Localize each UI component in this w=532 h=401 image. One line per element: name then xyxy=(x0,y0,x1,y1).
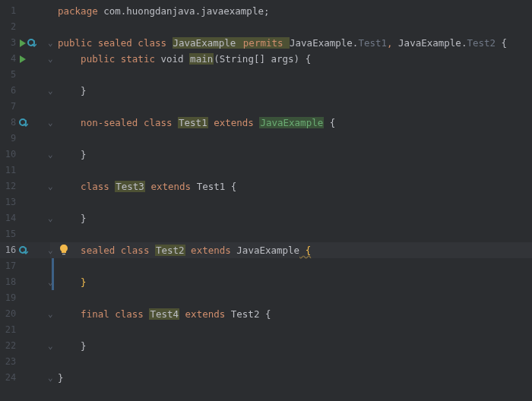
intention-bulb-icon[interactable] xyxy=(59,245,68,255)
override-icon[interactable] xyxy=(19,246,28,255)
gutter-line[interactable]: 19 xyxy=(0,290,50,306)
gutter-icons xyxy=(19,118,49,128)
gutter-line[interactable]: 15 xyxy=(0,226,50,242)
code-line[interactable]: ⌄ } xyxy=(50,274,532,290)
code-text: } xyxy=(58,340,87,352)
line-number: 19 xyxy=(0,290,16,306)
code-line[interactable] xyxy=(50,194,532,210)
run-icon[interactable] xyxy=(19,39,27,47)
gutter-line[interactable]: 6 xyxy=(0,83,50,99)
line-number: 1 xyxy=(0,3,16,19)
token: String[] args xyxy=(220,53,294,65)
code-line[interactable] xyxy=(50,131,532,147)
line-number: 14 xyxy=(0,210,16,226)
fold-toggle-icon[interactable]: ⌄ xyxy=(48,83,53,99)
fold-toggle-icon[interactable]: ⌄ xyxy=(48,51,53,67)
token: JavaExample xyxy=(398,37,461,49)
fold-toggle-icon[interactable]: ⌄ xyxy=(48,370,53,386)
code-line[interactable]: ⌄ final class Test4 extends Test2 { xyxy=(50,306,532,322)
gutter-line[interactable]: 7 xyxy=(0,99,50,115)
gutter-line[interactable]: 4 xyxy=(0,51,50,67)
code-text xyxy=(58,165,81,176)
run-icon[interactable] xyxy=(19,55,27,63)
gutter-line[interactable]: 13 xyxy=(0,194,50,210)
token: { xyxy=(299,245,311,256)
gutter-line[interactable]: 3 xyxy=(0,35,50,51)
fold-toggle-icon[interactable]: ⌄ xyxy=(48,35,53,51)
gutter-line[interactable]: 24 xyxy=(0,370,50,386)
token: Test2 xyxy=(467,37,496,49)
gutter-line[interactable]: 2 xyxy=(0,19,50,35)
gutter-line[interactable]: 9 xyxy=(0,131,50,147)
gutter-line[interactable]: 11 xyxy=(0,163,50,178)
fold-toggle-icon[interactable]: ⌄ xyxy=(48,242,53,258)
override-icon[interactable] xyxy=(19,118,28,128)
code-line[interactable] xyxy=(50,67,532,83)
code-line[interactable]: ⌄ class Test3 extends Test1 { xyxy=(50,178,532,194)
fold-toggle-icon[interactable]: ⌄ xyxy=(48,274,53,290)
code-line[interactable]: ⌄ non-sealed class Test1 extends JavaExa… xyxy=(50,115,532,131)
token: Test2 xyxy=(231,308,260,320)
code-line[interactable] xyxy=(50,322,532,338)
code-editor[interactable]: 123456789101112131415161718192021222324 … xyxy=(0,0,532,401)
override-icon[interactable] xyxy=(27,39,36,48)
code-text: sealed class Test2 extends JavaExample { xyxy=(58,245,311,256)
gutter-line[interactable]: 10 xyxy=(0,147,50,163)
token: Test1 xyxy=(178,117,208,128)
gutter-line[interactable]: 12 xyxy=(0,178,50,194)
code-line[interactable] xyxy=(50,354,532,370)
gutter-line[interactable]: 16 xyxy=(0,242,50,258)
code-line[interactable]: ⌄public sealed class JavaExample permits… xyxy=(50,35,532,51)
code-line[interactable]: ⌄ } xyxy=(50,338,532,354)
gutter-line[interactable]: 8 xyxy=(0,115,50,131)
code-line[interactable]: ⌄ } xyxy=(50,83,532,99)
code-line[interactable] xyxy=(50,290,532,306)
code-text: } xyxy=(58,213,87,224)
code-area[interactable]: package com.huongdanjava.javaexample;⌄pu… xyxy=(50,0,532,401)
svg-point-1 xyxy=(20,119,26,125)
token: JavaExample xyxy=(173,37,237,49)
token: , xyxy=(387,37,398,49)
fold-toggle-icon[interactable]: ⌄ xyxy=(48,338,53,354)
gutter-line[interactable]: 5 xyxy=(0,67,50,83)
code-line[interactable]: ⌄} xyxy=(50,370,532,386)
fold-toggle-icon[interactable]: ⌄ xyxy=(48,306,53,322)
token: main xyxy=(189,53,214,65)
code-line[interactable]: ⌄ public static void main(String[] args)… xyxy=(50,51,532,67)
gutter-icons xyxy=(19,39,49,48)
token: { xyxy=(259,308,271,320)
code-text: class Test3 extends Test1 { xyxy=(58,181,236,192)
line-number: 18 xyxy=(0,274,16,290)
code-line[interactable] xyxy=(50,258,532,274)
gutter-line[interactable]: 22 xyxy=(0,338,50,354)
code-line[interactable] xyxy=(50,163,532,178)
token: extends xyxy=(208,117,260,128)
code-text: final class Test4 extends Test2 { xyxy=(58,308,271,320)
code-text xyxy=(58,197,81,208)
code-line[interactable] xyxy=(50,226,532,242)
code-line[interactable]: ⌄ } xyxy=(50,210,532,226)
gutter-line[interactable]: 20 xyxy=(0,306,50,322)
fold-toggle-icon[interactable]: ⌄ xyxy=(48,115,53,131)
gutter-line[interactable]: 17 xyxy=(0,258,50,274)
token: } xyxy=(81,85,87,96)
token: permits xyxy=(236,37,290,49)
code-line[interactable]: ⌄ sealed class Test2 extends JavaExample… xyxy=(50,242,532,258)
gutter-line[interactable]: 1 xyxy=(0,3,50,19)
code-text xyxy=(58,101,81,112)
code-line[interactable] xyxy=(50,19,532,35)
token: } xyxy=(58,372,64,384)
code-line[interactable]: package com.huongdanjava.javaexample; xyxy=(50,3,532,19)
line-number: 20 xyxy=(0,306,16,322)
fold-toggle-icon[interactable]: ⌄ xyxy=(48,147,53,163)
gutter-line[interactable]: 23 xyxy=(0,354,50,370)
gutter-line[interactable]: 14 xyxy=(0,210,50,226)
token: extends xyxy=(179,308,231,320)
fold-toggle-icon[interactable]: ⌄ xyxy=(48,210,53,226)
code-text xyxy=(58,324,81,336)
fold-toggle-icon[interactable]: ⌄ xyxy=(48,178,53,194)
code-line[interactable] xyxy=(50,99,532,115)
gutter-line[interactable]: 18 xyxy=(0,274,50,290)
gutter-line[interactable]: 21 xyxy=(0,322,50,338)
code-line[interactable]: ⌄ } xyxy=(50,147,532,163)
